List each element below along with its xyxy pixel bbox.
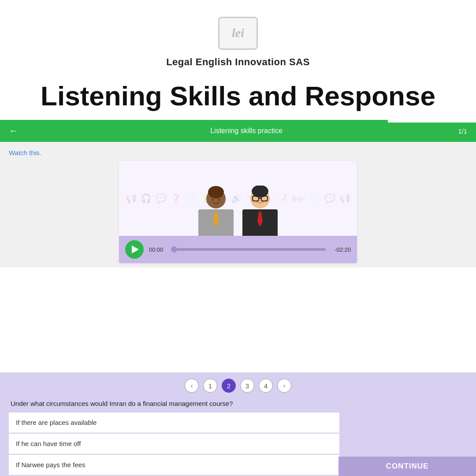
logo-box: lei (218, 17, 258, 50)
play-button[interactable] (125, 240, 144, 259)
time-remaining: -02:20 (331, 246, 351, 253)
pagination-prev[interactable]: ‹ (185, 379, 199, 393)
lesson-count: 1/1 (458, 127, 467, 135)
lesson-bar: ← Listening skills practice 1/1 (0, 120, 476, 142)
pagination-page-1[interactable]: 1 (203, 379, 217, 393)
pagination-page-3[interactable]: 3 (240, 379, 254, 393)
svg-point-3 (218, 198, 220, 201)
company-name: Legal English Innovation SAS (166, 56, 310, 68)
logo-container: lei (214, 13, 262, 53)
svg-point-2 (212, 198, 214, 201)
logo-icon: lei (232, 26, 244, 40)
character-1 (198, 186, 234, 236)
character-2 (242, 186, 278, 236)
back-button[interactable]: ← (9, 125, 19, 137)
play-icon (132, 245, 139, 253)
watch-label: Watch this. (0, 149, 476, 161)
pagination-next[interactable]: › (277, 379, 291, 393)
svg-point-5 (252, 186, 268, 197)
continue-button[interactable]: CONTINUE (338, 457, 476, 476)
progress-track[interactable] (171, 248, 326, 251)
progress-bar-fill (388, 120, 476, 123)
pagination-page-4[interactable]: 4 (259, 379, 273, 393)
content-area: Watch this. 📢🎧💬❓ 📄💡📋🔊 ❝❞→📝 ▶▶📄💬📢 (0, 142, 476, 268)
progress-bar-container (388, 120, 476, 123)
video-controls: 00:00 -02:20 (119, 236, 357, 263)
app-header: lei Legal English Innovation SAS (0, 0, 476, 77)
answer-option-3[interactable]: If Narwee pays the fees (9, 455, 339, 475)
answer-option-2[interactable]: If he can have time off (9, 434, 339, 454)
answer-option-1[interactable]: If there are places available (9, 413, 339, 433)
char1-head-svg (204, 186, 228, 209)
page-title: Listening Skills and Response (0, 77, 476, 120)
video-wrapper: 📢🎧💬❓ 📄💡📋🔊 ❝❞→📝 ▶▶📄💬📢 (0, 161, 476, 263)
quiz-section: ‹ 1 2 3 4 › Under what circumstances wou… (0, 372, 476, 476)
char1-tie (213, 212, 219, 227)
svg-point-1 (208, 186, 224, 198)
time-current: 00:00 (149, 246, 166, 253)
char2-head-svg (248, 186, 272, 209)
video-frame: 📢🎧💬❓ 📄💡📋🔊 ❝❞→📝 ▶▶📄💬📢 (119, 161, 357, 236)
pagination: ‹ 1 2 3 4 › (9, 379, 467, 393)
progress-thumb (171, 246, 177, 253)
pagination-page-2[interactable]: 2 (222, 379, 236, 393)
char1-body (198, 209, 234, 236)
question-text: Under what circumstances would Imran do … (9, 400, 467, 407)
video-player: 📢🎧💬❓ 📄💡📋🔊 ❝❞→📝 ▶▶📄💬📢 (119, 161, 357, 263)
char2-tie (257, 212, 263, 227)
lesson-label: Listening skills practice (26, 127, 467, 135)
characters (198, 186, 278, 236)
char2-body (242, 209, 278, 236)
